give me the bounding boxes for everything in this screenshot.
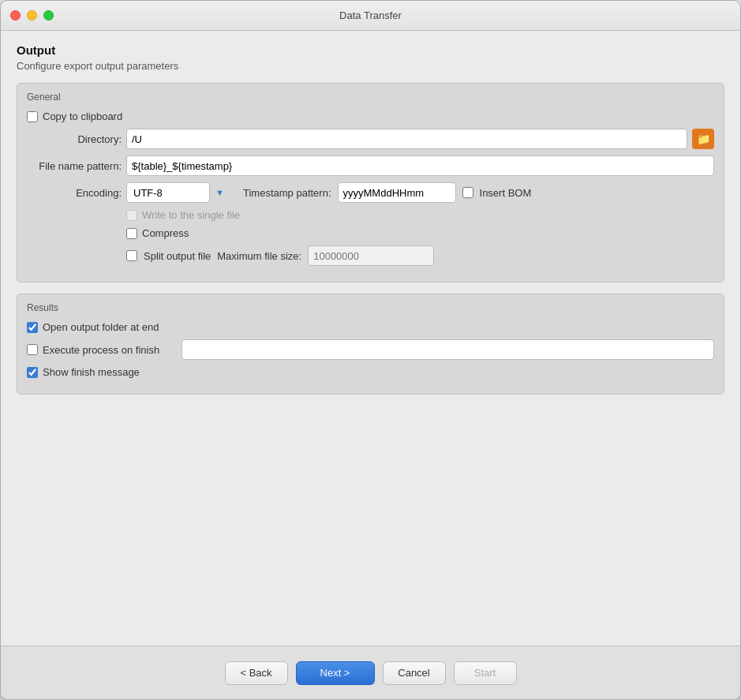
page-subtitle: Configure export output parameters bbox=[17, 60, 724, 72]
open-folder-checkbox[interactable] bbox=[27, 322, 38, 333]
compress-label: Compress bbox=[142, 227, 189, 239]
results-section-title: Results bbox=[27, 302, 714, 313]
filename-input[interactable] bbox=[126, 155, 714, 176]
copy-clipboard-checkbox[interactable] bbox=[27, 111, 38, 122]
window-title: Data Transfer bbox=[339, 9, 402, 21]
directory-input-group: 📁 bbox=[126, 129, 714, 149]
compress-row: Compress bbox=[126, 227, 714, 239]
timestamp-group: Timestamp pattern: Insert BOM bbox=[243, 182, 531, 203]
main-window: Data Transfer Output Configure export ou… bbox=[0, 0, 741, 700]
timestamp-input[interactable] bbox=[338, 182, 456, 203]
execute-label: Execute process on finish bbox=[43, 344, 177, 356]
content-area: Output Configure export output parameter… bbox=[1, 31, 740, 646]
open-folder-row: Open output folder at end bbox=[27, 321, 714, 333]
max-size-label: Maximum file size: bbox=[217, 250, 301, 262]
directory-label: Directory: bbox=[27, 133, 122, 145]
insert-bom-checkbox[interactable] bbox=[462, 187, 473, 198]
copy-clipboard-label: Copy to clipboard bbox=[43, 110, 122, 122]
traffic-lights bbox=[10, 10, 54, 21]
execute-row: Execute process on finish bbox=[27, 339, 714, 360]
show-finish-label: Show finish message bbox=[43, 366, 140, 378]
folder-browse-button[interactable]: 📁 bbox=[692, 129, 714, 149]
close-button[interactable] bbox=[10, 10, 21, 21]
maximize-button[interactable] bbox=[43, 10, 54, 21]
compress-checkbox[interactable] bbox=[126, 228, 137, 239]
split-checkbox[interactable] bbox=[126, 250, 137, 261]
timestamp-label: Timestamp pattern: bbox=[243, 187, 331, 199]
directory-input[interactable] bbox=[126, 129, 687, 149]
write-single-label: Write to the single file bbox=[142, 209, 240, 221]
page-title: Output bbox=[17, 43, 724, 57]
directory-row: Directory: 📁 bbox=[27, 129, 714, 149]
encoding-row: Encoding: UTF-8 UTF-16 ISO-8859-1 ▼ Time… bbox=[27, 182, 714, 203]
general-section: General Copy to clipboard Directory: 📁 F… bbox=[17, 83, 724, 283]
general-section-title: General bbox=[27, 92, 714, 103]
results-section: Results Open output folder at end Execut… bbox=[17, 294, 724, 395]
copy-clipboard-row: Copy to clipboard bbox=[27, 110, 714, 122]
next-button[interactable]: Next > bbox=[296, 661, 375, 685]
cancel-button[interactable]: Cancel bbox=[383, 661, 446, 685]
write-single-checkbox bbox=[126, 210, 137, 221]
start-button[interactable]: Start bbox=[454, 661, 517, 685]
show-finish-checkbox[interactable] bbox=[27, 367, 38, 378]
bottom-bar: < Back Next > Cancel Start bbox=[1, 646, 740, 699]
split-row: Split output file Maximum file size: bbox=[126, 245, 714, 266]
folder-icon: 📁 bbox=[697, 133, 710, 145]
filename-label: File name pattern: bbox=[27, 160, 122, 172]
encoding-dropdown-icon: ▼ bbox=[215, 188, 224, 197]
filename-row: File name pattern: bbox=[27, 155, 714, 176]
max-size-input[interactable] bbox=[308, 245, 434, 266]
execute-checkbox[interactable] bbox=[27, 344, 38, 355]
insert-bom-label: Insert BOM bbox=[480, 187, 532, 199]
show-finish-row: Show finish message bbox=[27, 366, 714, 378]
titlebar: Data Transfer bbox=[1, 1, 740, 31]
back-button[interactable]: < Back bbox=[225, 661, 288, 685]
open-folder-label: Open output folder at end bbox=[43, 321, 159, 333]
minimize-button[interactable] bbox=[27, 10, 37, 21]
write-single-row: Write to the single file bbox=[126, 209, 714, 221]
split-label: Split output file bbox=[144, 250, 211, 262]
encoding-select-wrapper: UTF-8 UTF-16 ISO-8859-1 ▼ bbox=[126, 182, 229, 203]
execute-input[interactable] bbox=[182, 339, 714, 360]
encoding-label: Encoding: bbox=[27, 187, 122, 199]
encoding-select[interactable]: UTF-8 UTF-16 ISO-8859-1 bbox=[126, 182, 210, 203]
